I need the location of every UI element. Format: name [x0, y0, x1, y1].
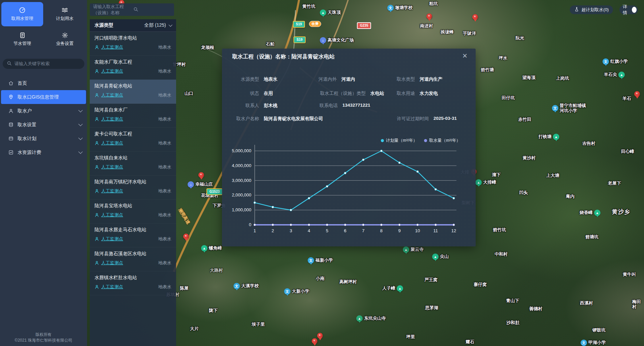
map-poi-label: ▲天珠顶	[320, 9, 341, 16]
map-poi-label: 坝子里	[252, 322, 265, 327]
map-poi-label: 青山下	[506, 298, 519, 303]
module-tab-4[interactable]: 业务设置	[44, 27, 86, 51]
station-name: 陆河县激石溪老区水电站	[94, 251, 171, 257]
water-source-type: 地表水	[158, 140, 171, 146]
map-poi-label: ▲聚云寺	[403, 246, 424, 253]
filter-dropdown[interactable]: 全部 (125)	[144, 22, 171, 28]
map-poi-label: 箭竹坑	[493, 228, 506, 233]
field-value: 水力发电	[420, 90, 438, 97]
map-poi-text: 耀石	[466, 340, 474, 345]
manual-monitor-link[interactable]: 人工监测点	[101, 260, 123, 266]
intake-point-pin-icon[interactable]	[472, 14, 478, 20]
map-poi-label: ▲螺角嶂	[201, 245, 222, 251]
map-poi-label: 文大溪学校	[233, 283, 259, 289]
modal-title: 取水工程（设施）名称：陆河县青碇水电站	[232, 53, 335, 60]
menu-label: 水资源计费	[18, 150, 41, 156]
menu-item-5[interactable]: 取水计划	[1, 132, 86, 145]
svg-text:3: 3	[290, 228, 292, 233]
map-poi-label: 吉告村	[582, 141, 595, 146]
intake-point-pin-icon[interactable]	[312, 338, 317, 344]
svg-text:2,000,000: 2,000,000	[232, 192, 251, 197]
mountain-icon: ▲	[432, 254, 439, 260]
station-list-item[interactable]: 陆河县激石溪老区水电站 人工监测点 地表水	[90, 247, 176, 271]
person-icon	[94, 141, 99, 145]
module-tab-2[interactable]: 计划用水	[44, 2, 86, 26]
station-list-item[interactable]: 麦卡公司取水工程 人工监测点 地表水	[90, 128, 176, 152]
station-list-item[interactable]: 陆河县青碇水电站 人工监测点 地表水	[90, 80, 176, 104]
manual-monitor-link[interactable]: 人工监测点	[101, 188, 123, 194]
station-list-item[interactable]: 陆河县自来水厂 人工监测点 地表水	[90, 104, 176, 128]
svg-text:6: 6	[344, 228, 346, 233]
plan-icon	[8, 136, 13, 141]
close-icon[interactable]: ✕	[462, 53, 468, 59]
water-source-type: 地表水	[158, 68, 171, 74]
station-list-item[interactable]: 陆河县南万镇杞洋水电站 人工监测点 地表水	[90, 176, 176, 199]
map-poi-label: 黄竹坑	[302, 4, 315, 9]
map-poi-label: 陇下	[209, 308, 218, 313]
station-list-item[interactable]: 陆河县宝塔水电站 人工监测点 地表水	[90, 199, 176, 223]
manual-monitor-link[interactable]: 人工监测点	[101, 44, 123, 50]
station-search-input[interactable]: 请输入取水工程（设施）名称	[90, 3, 174, 16]
map-poi-label: 陈屋	[180, 286, 189, 291]
station-list-item[interactable]: 陆河县水唇走马石水电站 人工监测点 地表水	[90, 223, 176, 247]
station-list-item[interactable]: 河口镇唱歌潭水电站 人工监测点 地表水	[90, 32, 176, 56]
map-poi-label: 大路村	[210, 268, 223, 273]
map-poi-label: 田仔坑	[502, 96, 515, 101]
intake-point-pin-icon[interactable]	[634, 91, 640, 97]
keyword-search-input[interactable]: 请输入关键字检索	[3, 59, 84, 69]
water-source-type: 地表水	[158, 212, 171, 218]
intake-point-pin-icon[interactable]	[317, 333, 323, 339]
intake-point-pin-icon[interactable]	[426, 14, 432, 19]
detail-toggle-label: 详情	[623, 4, 629, 16]
over-plan-intake-button[interactable]: 超计划取水(0)	[570, 5, 613, 14]
manual-monitor-link[interactable]: 人工监测点	[101, 140, 123, 146]
detail-toggle[interactable]: 详情	[619, 5, 638, 14]
toggle-knob-icon[interactable]	[632, 7, 637, 13]
user-icon	[8, 108, 13, 113]
svg-text:10: 10	[415, 228, 420, 233]
svg-text:7: 7	[362, 228, 364, 233]
map-poi-label: 上大塘	[546, 173, 559, 178]
map-poi-label: 望海顶	[522, 75, 535, 80]
menu-item-4[interactable]: 取水设置	[1, 118, 86, 132]
sidebar-menu: 首页取水口GIS信息管理取水户取水设置取水计划水资源计费	[0, 76, 87, 159]
map-poi-text: 田仔坑	[502, 96, 515, 101]
map-poi-label: 善德村	[529, 307, 542, 312]
module-tab-3[interactable]: 节水管理	[1, 27, 43, 51]
map-poi-label: ⌂高塘文化广场	[320, 37, 354, 44]
person-icon	[94, 213, 99, 217]
menu-item-2[interactable]: 取水口GIS信息管理	[1, 90, 86, 104]
station-name: 水唇镇水栏肚水电站	[94, 275, 171, 281]
intake-point-pin-icon[interactable]	[183, 234, 189, 239]
manual-monitor-link[interactable]: 人工监测点	[101, 116, 123, 122]
module-tab-1[interactable]: 取用水管理	[1, 2, 43, 26]
menu-item-3[interactable]: 取水户	[1, 104, 86, 118]
station-list-item[interactable]: 友能水厂取水工程 人工监测点 地表水	[90, 56, 176, 80]
map-poi-label: 文红旗小学	[603, 58, 628, 65]
road-badge: S19	[293, 21, 305, 28]
manual-monitor-link[interactable]: 人工监测点	[101, 92, 123, 98]
station-list-item[interactable]: 水唇镇水栏肚水电站 人工监测点 地表水	[90, 271, 176, 295]
menu-item-6[interactable]: 水资源计费	[1, 145, 86, 159]
map-poi-label: 龙颈根	[201, 45, 214, 50]
map-poi-text: 挨垅蜂	[441, 30, 454, 35]
map-poi-label: 高树坪村	[339, 280, 357, 285]
search-icon	[7, 61, 12, 67]
intake-point-pin-icon[interactable]	[198, 172, 204, 178]
search-icon[interactable]	[133, 7, 171, 13]
manual-monitor-link[interactable]: 人工监测点	[101, 164, 123, 170]
map-poi-label: 箭竹塘	[481, 68, 494, 73]
map-poi-text: 幸福山庄	[195, 182, 213, 187]
menu-item-1[interactable]: 首页	[1, 76, 86, 90]
manual-monitor-link[interactable]: 人工监测点	[101, 212, 123, 218]
manual-monitor-link[interactable]: 人工监测点	[101, 68, 123, 74]
modal-field: 状态在用	[236, 90, 273, 97]
modal-field: 河道内外河道内	[307, 76, 355, 82]
map-poi-label: 思茅湖	[425, 305, 438, 311]
map-poi-text: 打铁塘	[538, 134, 552, 139]
map-poi-label: 小南	[316, 276, 325, 281]
manual-monitor-link[interactable]: 人工监测点	[101, 236, 123, 242]
station-list-item[interactable]: 东坑镇自来水站 人工监测点 地表水	[90, 152, 176, 176]
school-icon: 文	[284, 288, 290, 295]
manual-monitor-link[interactable]: 人工监测点	[101, 284, 123, 290]
